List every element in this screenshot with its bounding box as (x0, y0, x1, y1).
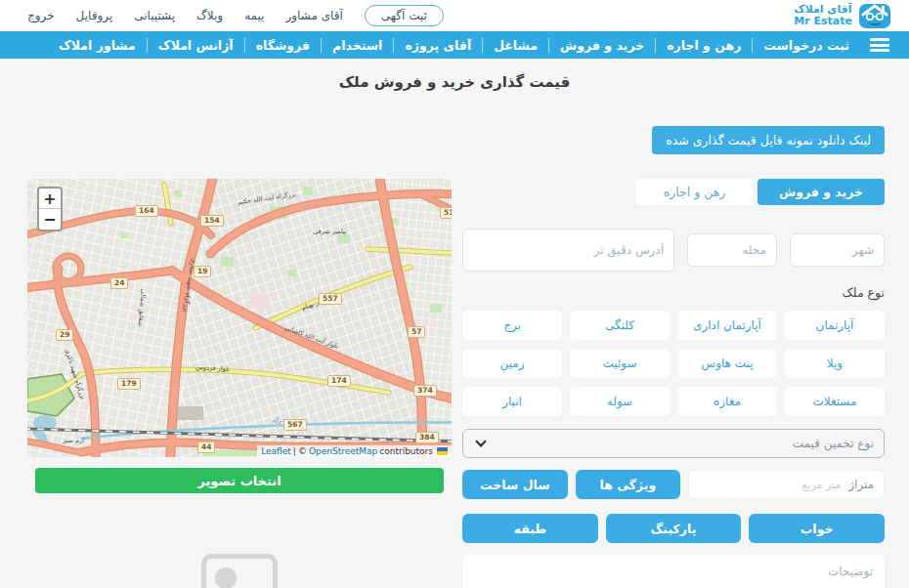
nav-item-mr-project[interactable]: آقای پروژه (393, 38, 482, 53)
attribution-contributors: contributors (379, 446, 433, 456)
mr-estate-logo-icon (858, 2, 891, 29)
image-placeholder-circle (215, 567, 237, 588)
hamburger-menu-icon[interactable] (870, 38, 889, 52)
property-type-label: نوع ملک (462, 285, 885, 300)
openstreetmap-link[interactable]: OpenStreetMap (309, 446, 377, 456)
top-bar: آقای املاک Mr Estate ثبت آگهی آقای مشاور… (0, 0, 909, 31)
leaflet-link[interactable]: Leaflet (261, 446, 291, 456)
route-badge: 374 (413, 385, 437, 397)
top-link-support[interactable]: پشتیبانی (134, 9, 175, 22)
zoom-in-button[interactable]: + (39, 189, 61, 209)
tab-buy-sell[interactable]: خرید و فروش (758, 179, 885, 205)
route-badge: 517 (440, 207, 452, 219)
route-badge: 29 (56, 329, 73, 341)
area-label: متراژ (848, 478, 874, 491)
brand-name-en: Mr Estate (794, 16, 852, 27)
pricing-form: خرید و فروش رهن و اجاره نوع ملک آپارتمان… (462, 179, 885, 588)
city-input[interactable] (790, 233, 885, 267)
ptype-shop[interactable]: مغازه (677, 387, 777, 416)
route-badge: 57 (408, 326, 425, 338)
deal-type-tabs: خرید و فروش رهن و اجاره (462, 179, 885, 205)
ukraine-flag-icon (437, 447, 448, 455)
image-placeholder-icon (201, 554, 278, 588)
top-link-insurance[interactable]: بیمه (244, 9, 264, 22)
address-input[interactable] (462, 229, 674, 272)
main-navbar: ثبت درخواست رهن و اجاره خرید و فروش مشاغ… (0, 31, 909, 59)
area-input[interactable] (699, 479, 841, 491)
zoom-out-button[interactable]: − (39, 209, 61, 230)
nav-item-businesses[interactable]: مشاغل (482, 38, 548, 53)
nav-item-submit-request[interactable]: ثبت درخواست (752, 38, 860, 53)
nav-item-real-estate-agency[interactable]: آژانس املاک (147, 38, 244, 53)
ptype-villa[interactable]: ویلا (785, 349, 885, 378)
parking-button[interactable]: پارکینگ (606, 514, 742, 543)
route-badge: 164 (135, 205, 158, 217)
bedroom-button[interactable]: خواب (749, 514, 885, 543)
copyright-symbol: © (298, 446, 307, 456)
route-badge: 179 (117, 378, 141, 390)
map-column: 164 154 19 24 29 179 557 57 174 374 567 … (27, 179, 452, 588)
ptype-teardown[interactable]: کلنگی (570, 311, 670, 340)
street-label: پیامبر شرقی (313, 228, 346, 235)
nav-item-employment[interactable]: استخدام (321, 38, 393, 53)
attribution-separator: | (293, 446, 296, 456)
description-textarea[interactable] (462, 555, 885, 588)
nav-item-store[interactable]: فروشگاه (244, 38, 321, 53)
ptype-storage[interactable]: انبار (462, 387, 562, 416)
ptype-suite[interactable]: سوئیت (570, 349, 670, 378)
estimate-type-select[interactable]: نوع تخمین قیمت (462, 429, 885, 458)
route-badge: 24 (110, 277, 128, 289)
nav-item-estate-consultant[interactable]: مشاور املاک (48, 38, 147, 53)
estimate-type-value: نوع تخمین قیمت (485, 437, 874, 450)
route-badge: 19 (194, 266, 211, 277)
route-badge: 567 (283, 419, 307, 431)
route-badge: 557 (319, 293, 342, 305)
ptype-tower[interactable]: برج (462, 311, 562, 340)
district-input[interactable] (687, 233, 777, 267)
page-title: قیمت گذاری خرید و فروش ملک (0, 73, 909, 91)
post-ad-button[interactable]: ثبت آگهی (365, 5, 444, 26)
ptype-warehouse-shed[interactable]: سوله (570, 387, 670, 416)
map-zoom-control: + − (37, 187, 63, 231)
select-image-button[interactable]: انتخاب تصویر (35, 468, 444, 493)
route-badge: 174 (327, 375, 351, 387)
property-type-grid: آپارتمان آپارتمان اداری کلنگی برج ویلا پ… (462, 311, 885, 416)
nav-item-buy-sell[interactable]: خرید و فروش (548, 38, 655, 53)
ptype-office-apartment[interactable]: آپارتمان اداری (677, 311, 777, 340)
route-badge: 384 (415, 432, 439, 443)
top-link-mr-consultant[interactable]: آقای مشاور (285, 9, 342, 22)
route-badge: 154 (200, 215, 224, 227)
build-year-button[interactable]: سال ساخت (462, 470, 568, 499)
ptype-penthouse[interactable]: پنت هاوس (677, 349, 777, 378)
floor-button[interactable]: طبقه (462, 514, 598, 543)
map-attribution: Leaflet | © OpenStreetMap contributors (257, 445, 452, 457)
tab-mortgage-rent[interactable]: رهن و اجاره (635, 179, 754, 205)
ptype-real-estate[interactable]: مستغلات (785, 387, 885, 416)
download-sample-file-button[interactable]: لینک دانلود نمونه فایل قیمت گذاری شده (652, 126, 885, 154)
brand[interactable]: آقای املاک Mr Estate (794, 2, 891, 29)
map-tiles (27, 179, 452, 457)
top-link-profile[interactable]: پروفایل (76, 9, 113, 22)
top-link-logout[interactable]: خروج (27, 9, 55, 22)
features-button[interactable]: ویژگی ها (576, 470, 681, 499)
leaflet-map[interactable]: 164 154 19 24 29 179 557 57 174 374 567 … (27, 179, 452, 457)
top-links: ثبت آگهی آقای مشاور بیمه وبلاگ پشتیبانی … (27, 5, 444, 26)
top-link-blog[interactable]: وبلاگ (196, 9, 223, 22)
nav-item-mortgage-rent[interactable]: رهن و اجاره (655, 38, 752, 53)
area-field[interactable]: متراژ (688, 470, 885, 499)
ptype-apartment[interactable]: آپارتمان (785, 311, 885, 340)
route-badge: 44 (197, 441, 215, 453)
ptype-land[interactable]: زمین (462, 349, 562, 378)
street-label: ارم سبز (63, 437, 84, 444)
